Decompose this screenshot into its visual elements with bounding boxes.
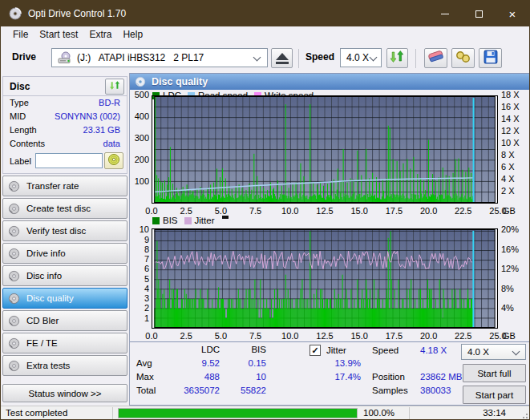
erase-button[interactable] bbox=[424, 48, 447, 68]
label-disc-button[interactable] bbox=[104, 152, 123, 169]
chart1-x-tick: 22.5 bbox=[449, 206, 478, 216]
save-button[interactable] bbox=[479, 48, 502, 68]
minimize-button[interactable] bbox=[428, 1, 462, 26]
chart2-x-tick: 5.0 bbox=[206, 331, 235, 341]
col-header-bis: BIS bbox=[226, 345, 266, 354]
sidebar-item-cd-bler[interactable]: CD Bler bbox=[2, 310, 127, 331]
legend-label: Jitter bbox=[195, 216, 215, 225]
sidebar: Disc TypeBD-RMIDSONYNN3 (002)Length23.31… bbox=[1, 73, 130, 406]
chart1-y-left-tick: 500 bbox=[130, 90, 149, 99]
disc-icon bbox=[8, 337, 20, 349]
disc-field-contents: Contentsdata bbox=[3, 137, 127, 151]
sidebar-item-label: Disc quality bbox=[26, 293, 74, 303]
field-value: SONYNN3 (002) bbox=[55, 111, 120, 121]
drive-select[interactable]: (J:) ATAPI iHBS312 2 PL17 bbox=[51, 48, 268, 67]
chart1-x-tick: 2.5 bbox=[172, 206, 200, 216]
status-window-button[interactable]: Status window >> bbox=[2, 384, 127, 402]
sidebar-item-fe-te[interactable]: FE / TE bbox=[2, 333, 127, 353]
maximize-button[interactable] bbox=[462, 1, 496, 26]
chart2-y-left-tick: 9 bbox=[130, 235, 149, 244]
stats-panel: LDC BIS ✓ Jitter Avg 9.52 0.15 13.9% Max… bbox=[130, 341, 530, 406]
chart2-x-tick: 20.0 bbox=[415, 331, 443, 341]
sidebar-item-drive-info[interactable]: Drive info bbox=[2, 243, 127, 264]
legend-extra-marker bbox=[222, 216, 229, 219]
menu-start-test[interactable]: Start test bbox=[34, 27, 83, 42]
disc-icon bbox=[8, 248, 20, 260]
sidebar-item-extra-tests[interactable]: Extra tests bbox=[2, 355, 127, 376]
save-icon bbox=[483, 50, 498, 67]
position-label: Position bbox=[372, 372, 405, 382]
sidebar-item-create-test-disc[interactable]: Create test disc bbox=[2, 198, 127, 219]
col-header-ldc: LDC bbox=[178, 345, 220, 354]
minimize-icon bbox=[441, 14, 449, 14]
sidebar-item-disc-info[interactable]: Disc info bbox=[2, 265, 127, 286]
chart2-x-unit: GB bbox=[503, 331, 516, 341]
chart1-y-right-tick: 14 X bbox=[501, 114, 520, 123]
drive-label: Drive bbox=[12, 51, 36, 63]
menubar: File Start test Extra Help bbox=[1, 26, 529, 42]
chevron-down-icon bbox=[370, 54, 378, 62]
disc-icon bbox=[8, 360, 20, 372]
elapsed-time: 33:14 bbox=[458, 408, 506, 418]
view-button[interactable] bbox=[451, 48, 475, 68]
disc-refresh-button[interactable] bbox=[105, 79, 124, 95]
field-value: data bbox=[103, 139, 120, 148]
avg-ldc: 9.52 bbox=[172, 358, 220, 368]
max-bis: 10 bbox=[226, 372, 266, 382]
chart1-x-tick: 5.0 bbox=[206, 206, 235, 216]
chart1-y-right-tick: 16 X bbox=[501, 102, 520, 111]
row-label-avg: Avg bbox=[136, 358, 152, 368]
chart2-x-tick: 12.5 bbox=[310, 331, 339, 341]
chart1-y-left-tick: 300 bbox=[130, 133, 149, 143]
sidebar-item-verify-test-disc[interactable]: Verify test disc bbox=[2, 220, 127, 241]
chart1-x-tick: 12.5 bbox=[310, 206, 339, 216]
chart2-x-tick: 0.0 bbox=[137, 331, 166, 341]
close-button[interactable]: × bbox=[496, 1, 529, 26]
max-ldc: 488 bbox=[172, 372, 220, 382]
menu-file[interactable]: File bbox=[7, 27, 34, 42]
resize-grip[interactable] bbox=[520, 410, 528, 418]
label-input[interactable] bbox=[35, 153, 103, 168]
test-speed-select[interactable]: 4.0 X bbox=[461, 344, 526, 360]
speed-select-toolbar[interactable]: 4.0 X bbox=[340, 48, 382, 67]
eraser-icon bbox=[427, 50, 445, 67]
drive-icon bbox=[57, 51, 73, 64]
field-label: Length bbox=[10, 125, 37, 135]
chart1-y-left-tick: 200 bbox=[130, 155, 149, 164]
chart2-x-tick: 15.0 bbox=[345, 331, 374, 341]
disc-icon bbox=[8, 293, 20, 305]
start-part-button[interactable]: Start part bbox=[463, 386, 526, 404]
disc-panel-title: Disc bbox=[10, 81, 30, 92]
ldc-chart bbox=[152, 95, 498, 204]
sidebar-item-label: Disc info bbox=[26, 271, 62, 281]
chart2-y-left-tick: 5 bbox=[130, 274, 149, 284]
chart1-y-left-tick: 100 bbox=[130, 176, 149, 186]
chart1-x-tick: 15.0 bbox=[345, 206, 374, 216]
app-disc-icon bbox=[9, 7, 22, 20]
disc-icon bbox=[107, 153, 120, 169]
chart2-y-left-tick: 7 bbox=[130, 254, 149, 264]
row-label-total: Total bbox=[136, 386, 156, 395]
chart2-y-right-tick: 12% bbox=[501, 264, 519, 273]
sidebar-item-disc-quality[interactable]: Disc quality bbox=[2, 288, 127, 309]
titlebar[interactable]: Opti Drive Control 1.70 × bbox=[1, 1, 529, 26]
eject-button[interactable] bbox=[271, 48, 293, 68]
disc-field-length: Length23.31 GB bbox=[3, 123, 127, 137]
sidebar-item-label: Extra tests bbox=[26, 361, 70, 370]
menu-extra[interactable]: Extra bbox=[83, 27, 117, 42]
chart2-y-right-tick: 16% bbox=[501, 244, 519, 254]
chart1-y-right-tick: 8 X bbox=[501, 150, 515, 160]
chart2-x-tick: 10.0 bbox=[276, 331, 305, 341]
chevron-down-icon bbox=[253, 54, 261, 62]
menu-help[interactable]: Help bbox=[117, 27, 148, 42]
disc-icon bbox=[8, 203, 20, 215]
start-full-button[interactable]: Start full bbox=[463, 364, 526, 382]
sidebar-item-transfer-rate[interactable]: Transfer rate bbox=[2, 176, 127, 196]
field-label: MID bbox=[10, 111, 26, 121]
test-speed-value: 4.0 X bbox=[467, 347, 489, 357]
jitter-checkbox[interactable]: ✓ bbox=[310, 345, 321, 356]
disc-icon bbox=[8, 270, 20, 282]
chart2-y-left-tick: 2 bbox=[130, 303, 149, 313]
refresh-button[interactable] bbox=[386, 48, 408, 68]
jitter-label: Jitter bbox=[326, 345, 346, 355]
